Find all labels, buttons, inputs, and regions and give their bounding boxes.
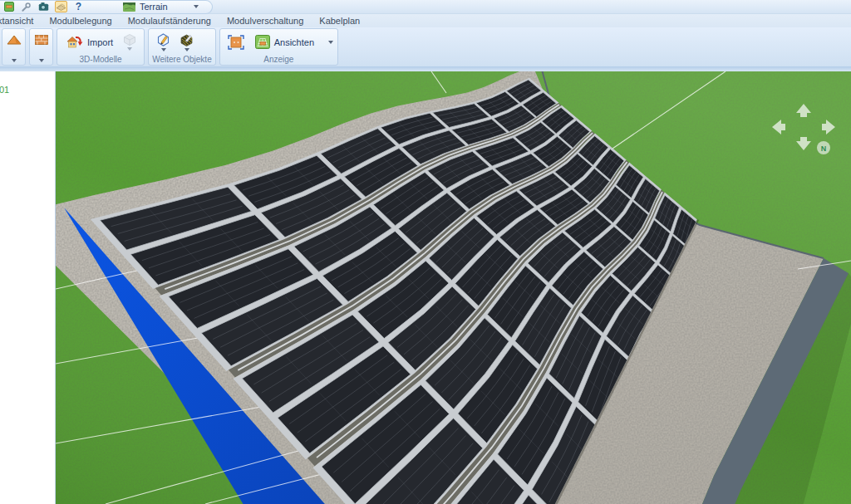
ribbon-group-anzeige: Ansichten Anzeige [219,28,338,66]
menu-modulbelegung[interactable]: Modulbelegung [49,16,111,26]
quick-access-toolbar: ? Terrain [0,0,213,14]
module-selection-icon [227,34,245,51]
chevron-down-icon[interactable] [39,59,44,62]
group-label-3d-modelle: 3D-Modelle [57,55,144,65]
menu-projektansicht[interactable]: ktansicht [0,16,33,26]
module-icon[interactable] [2,1,15,12]
help-icon[interactable]: ? [72,1,85,12]
module-display-button[interactable] [224,33,248,51]
titlebar: ? Terrain [0,0,851,14]
brick-wall-icon [33,32,50,47]
wall-tool-button[interactable] [29,28,53,66]
wrench-icon[interactable] [20,1,32,12]
ansichten-button-label: Ansichten [274,37,314,47]
menubar: ktansicht Modulbelegung Modulaufständeru… [0,14,851,27]
hatched-object-icon [179,32,194,47]
import-button[interactable]: Import [61,32,117,52]
ansichten-button[interactable]: Ansichten [250,32,318,51]
compass-north[interactable]: N [817,141,830,154]
menu-kabelplan[interactable]: Kabelplan [319,16,360,26]
terrain-layer-icon[interactable] [55,1,67,12]
roof-icon [6,32,22,47]
group-label-anzeige: Anzeige [220,55,337,65]
project-sidebar: 01 [0,71,56,504]
group-label-weitere-objekte: Weitere Objekte [149,55,215,65]
import-button-label: Import [87,37,113,47]
views-grid-icon [254,34,271,50]
hexagon-pencil-icon [155,32,171,47]
draw-object-button[interactable] [153,32,174,52]
chevron-down-icon[interactable] [184,48,189,51]
menu-modulaufstaenderung[interactable]: Modulaufständerung [128,16,211,26]
chevron-down-icon[interactable] [194,5,199,8]
3d-model-button[interactable] [120,32,140,51]
sidebar-item-01[interactable]: 01 [0,85,55,95]
terrain-dropdown[interactable]: Terrain [120,1,202,12]
3d-model-icon [122,33,137,46]
camera-icon[interactable] [37,1,50,12]
chevron-down-icon[interactable] [12,59,17,62]
ribbon-group-weitere-objekte: Weitere Objekte [148,28,216,66]
ribbon-group-3d-modelle: Import 3D-Modelle [57,28,145,66]
chevron-down-icon[interactable] [328,41,333,44]
menu-modulverschaltung[interactable]: Modulverschaltung [227,16,303,26]
3d-viewport[interactable]: N [56,71,851,504]
roof-tool-button[interactable] [2,28,26,66]
textured-object-button[interactable] [176,32,197,52]
chevron-down-icon [127,47,132,51]
import-house-icon [66,34,84,51]
3d-scene: N [56,71,851,504]
chevron-down-icon[interactable] [161,48,166,51]
ribbon: Import 3D-Modelle [0,27,851,66]
terrain-dropdown-label: Terrain [140,2,168,12]
compass-label: N [821,144,827,153]
terrain-thumbnail-icon [123,2,135,12]
